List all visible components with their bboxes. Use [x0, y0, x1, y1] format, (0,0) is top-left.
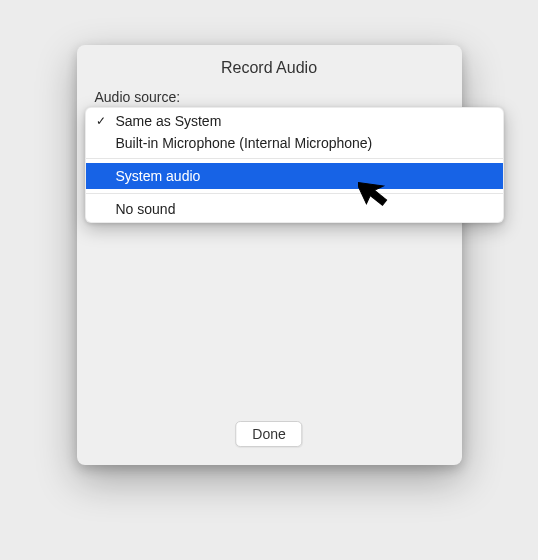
- option-label: System audio: [116, 168, 201, 184]
- option-built-in-mic[interactable]: Built-in Microphone (Internal Microphone…: [86, 132, 503, 154]
- option-label: Same as System: [116, 113, 222, 129]
- dialog-title: Record Audio: [77, 45, 462, 85]
- source-label: Audio source:: [77, 89, 462, 105]
- options-divider: [86, 193, 503, 194]
- option-same-as-system[interactable]: ✓ Same as System: [86, 110, 503, 132]
- option-system-audio[interactable]: System audio: [86, 163, 503, 189]
- option-label: Built-in Microphone (Internal Microphone…: [116, 135, 373, 151]
- option-label: No sound: [116, 201, 176, 217]
- done-button[interactable]: Done: [235, 421, 302, 447]
- record-audio-dialog: Record Audio Audio source: ✓ Same as Sys…: [77, 45, 462, 465]
- audio-source-dropdown[interactable]: ✓ Same as System Built-in Microphone (In…: [85, 107, 504, 223]
- option-no-sound[interactable]: No sound: [86, 198, 503, 220]
- checkmark-icon: ✓: [96, 114, 106, 128]
- options-divider: [86, 158, 503, 159]
